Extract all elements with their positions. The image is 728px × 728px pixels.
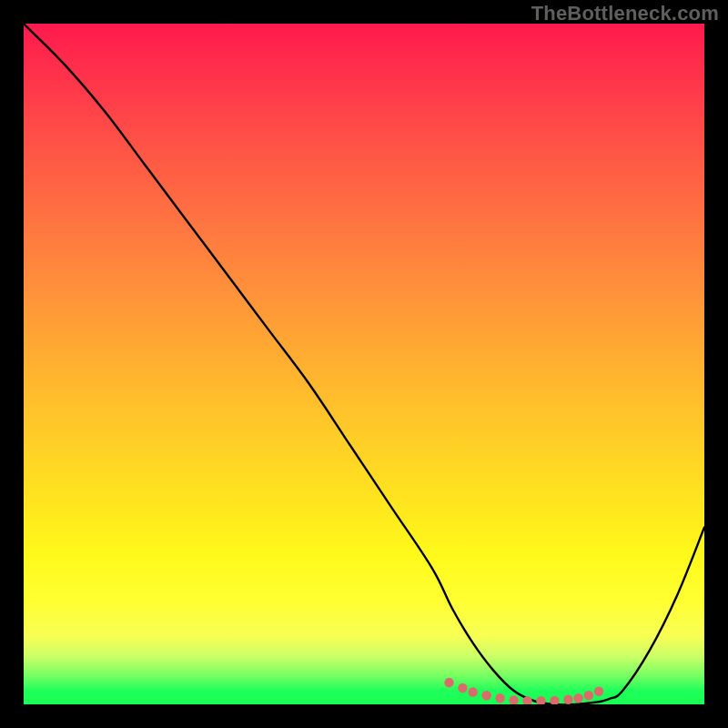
optimal-dot [573, 693, 582, 703]
chart-svg [24, 24, 704, 704]
optimal-dot [536, 696, 545, 704]
optimal-dot [481, 691, 490, 700]
bottleneck-curve [24, 24, 704, 704]
optimal-dot [468, 687, 477, 696]
chart-container: TheBottleneck.com [0, 0, 728, 728]
optimal-dot [584, 691, 593, 700]
optimal-dots-group [444, 678, 603, 704]
plot-area [24, 24, 704, 704]
optimal-dot [509, 695, 518, 704]
optimal-dot [563, 695, 572, 704]
watermark-text: TheBottleneck.com [531, 2, 719, 25]
optimal-dot [444, 678, 453, 687]
optimal-dot [495, 693, 504, 703]
optimal-dot [458, 683, 467, 693]
optimal-dot [550, 696, 559, 704]
optimal-dot [594, 687, 603, 696]
